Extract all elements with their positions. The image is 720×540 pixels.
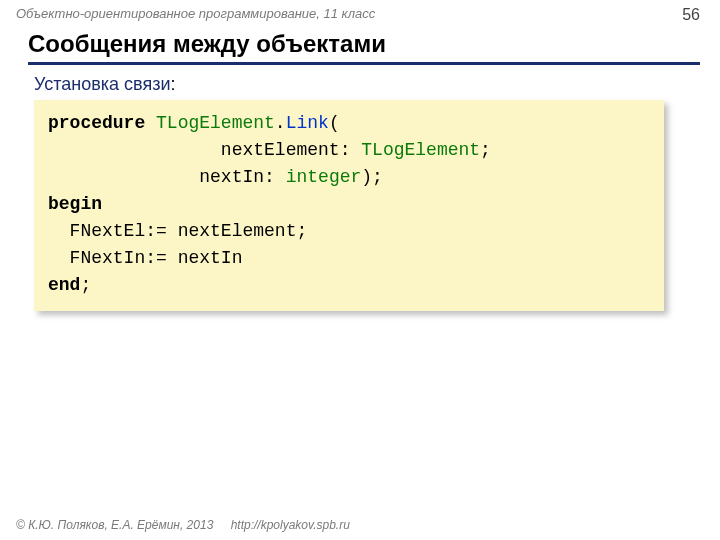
kw-end: end	[48, 275, 80, 295]
param1-type: TLogElement	[361, 140, 480, 160]
end-semicolon: ;	[80, 275, 91, 295]
semicolon1: ;	[480, 140, 491, 160]
method-name: Link	[286, 113, 329, 133]
subtitle-text: Установка связи	[34, 74, 171, 94]
kw-procedure: procedure	[48, 113, 145, 133]
semicolon2: ;	[372, 167, 383, 187]
breadcrumb: Объектно-ориентированное программировани…	[16, 6, 375, 21]
footer-copyright: © К.Ю. Поляков, Е.А. Ерёмин, 2013	[16, 518, 213, 532]
colon1: :	[340, 140, 351, 160]
class-name: TLogElement	[156, 113, 275, 133]
param2-name: nextIn	[199, 167, 264, 187]
dot: .	[275, 113, 286, 133]
footer-link: http://kpolyakov.spb.ru	[231, 518, 350, 532]
code-block: procedure TLogElement.Link( nextElement:…	[34, 100, 664, 311]
kw-begin: begin	[48, 194, 102, 214]
subtitle-colon: :	[171, 74, 176, 94]
code-line-2: FNextIn:= nextIn	[70, 248, 243, 268]
colon2: :	[264, 167, 275, 187]
subtitle: Установка связи:	[34, 74, 176, 95]
close-paren: )	[361, 167, 372, 187]
page-number: 56	[682, 6, 700, 24]
slide: Объектно-ориентированное программировани…	[0, 0, 720, 540]
open-paren: (	[329, 113, 340, 133]
param2-type: integer	[286, 167, 362, 187]
page-title: Сообщения между объектами	[28, 30, 700, 65]
code-line-1: FNextEl:= nextElement;	[70, 221, 308, 241]
footer: © К.Ю. Поляков, Е.А. Ерёмин, 2013 http:/…	[16, 518, 350, 532]
param1-name: nextElement	[221, 140, 340, 160]
